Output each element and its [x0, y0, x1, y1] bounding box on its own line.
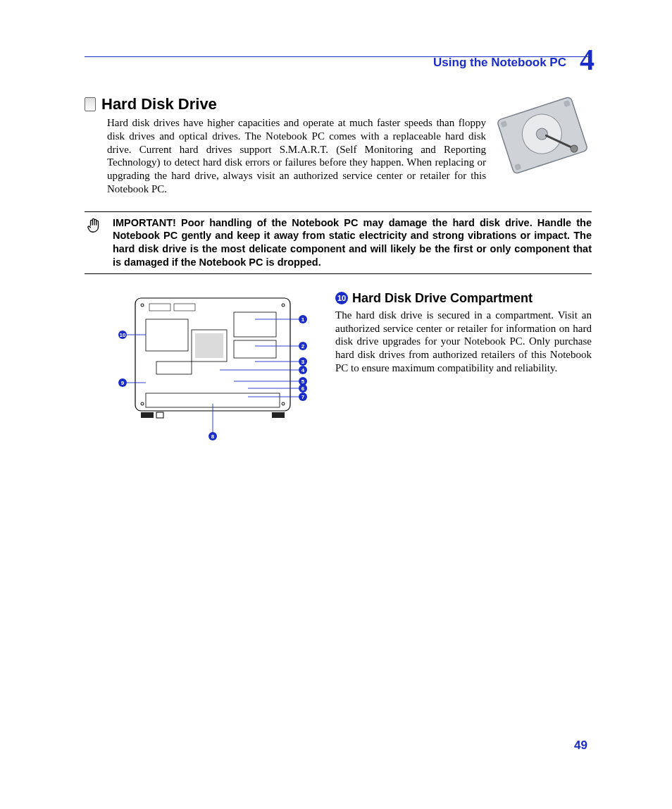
important-box: IMPORTANT! Poor handling of the Notebook… [85, 211, 592, 274]
diagram-callout-5: 5 [301, 378, 305, 385]
chapter-header: Using the Notebook PC 4 [85, 56, 592, 82]
diagram-callout-1: 1 [301, 316, 305, 323]
page-number: 49 [574, 739, 587, 753]
hard-disk-photo [493, 97, 592, 174]
compartment-title: Hard Disk Drive Compartment [352, 291, 533, 306]
diagram-callout-7: 7 [301, 394, 305, 400]
chapter-label: Using the Notebook PC [433, 56, 566, 70]
compartment-text: The hard disk drive is secured in a comp… [335, 309, 592, 375]
svg-rect-19 [156, 362, 192, 374]
hand-stop-icon [85, 216, 104, 269]
callout-number-icon: 10 [335, 292, 348, 304]
hdd-icon [85, 97, 96, 111]
svg-point-8 [141, 304, 144, 307]
svg-rect-18 [234, 340, 276, 358]
chapter-number: 4 [580, 43, 595, 77]
important-text: IMPORTANT! Poor handling of the Notebook… [113, 216, 592, 269]
svg-rect-13 [174, 304, 195, 311]
diagram-callout-4: 4 [301, 367, 305, 373]
compartment-heading-row: 10 Hard Disk Drive Compartment [335, 291, 592, 306]
svg-rect-22 [156, 412, 163, 418]
svg-rect-12 [149, 304, 170, 311]
diagram-callout-6: 6 [301, 385, 305, 392]
diagram-callout-8: 8 [211, 433, 215, 440]
svg-point-9 [282, 304, 285, 307]
svg-point-10 [141, 402, 144, 405]
svg-point-11 [282, 402, 285, 405]
bottom-view-diagram: 1 2 3 4 5 6 7 9 10 8 [85, 291, 318, 449]
section-title: Hard Disk Drive [101, 95, 217, 113]
svg-rect-16 [195, 333, 223, 358]
diagram-callout-10: 10 [120, 332, 126, 338]
svg-rect-23 [272, 412, 285, 418]
svg-rect-17 [234, 312, 276, 337]
diagram-callout-9: 9 [121, 380, 125, 386]
compartment-column: 10 Hard Disk Drive Compartment The hard … [335, 291, 592, 449]
intro-block: Hard disk drives have higher capacities … [85, 116, 592, 196]
two-column-section: 1 2 3 4 5 6 7 9 10 8 10 Hard Disk Driv [85, 291, 592, 449]
svg-rect-21 [141, 412, 154, 418]
diagram-callout-2: 2 [301, 343, 305, 350]
svg-rect-14 [146, 319, 188, 351]
diagram-callout-3: 3 [301, 359, 305, 365]
